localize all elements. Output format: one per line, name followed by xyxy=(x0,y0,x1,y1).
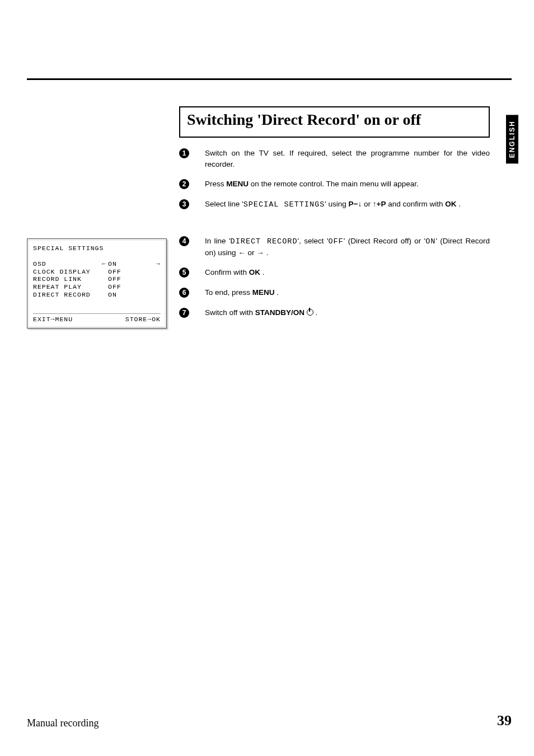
menu-button-label-2: MENU xyxy=(252,288,275,297)
arrow-left-icon: ← xyxy=(238,248,246,257)
step-5-text: Confirm with OK . xyxy=(205,267,490,278)
ok-button-label-2: OK xyxy=(249,268,260,276)
step-5-text-a: Confirm with xyxy=(205,268,249,276)
osd-row-sel-left xyxy=(100,268,108,276)
step-number-1: 1 xyxy=(179,148,189,158)
step-number-3: 3 xyxy=(179,199,189,209)
osd-panel: SPECIAL SETTINGS OSD ← ON → CLOCK DISPLA… xyxy=(27,238,167,328)
step-3-text-a: Select line ' xyxy=(205,200,243,208)
step-6-text: To end, press MENU . xyxy=(205,287,490,298)
osd-exit-key: MENU xyxy=(55,316,73,323)
osd-row-clock-display: CLOCK DISPLAY OFF xyxy=(33,268,162,276)
standby-on-button-label: STANDBY/ON xyxy=(255,308,305,317)
osd-row-value: ON xyxy=(108,260,130,268)
footer-section-title: Manual recording xyxy=(27,717,99,729)
key-plus-p-p: P xyxy=(381,200,386,208)
osd-row-sel-left xyxy=(100,275,108,283)
step-7-text: Switch off with STANDBY/ON . xyxy=(205,307,490,318)
step-number-2: 2 xyxy=(179,179,189,189)
osd-row-value: OFF xyxy=(108,275,130,283)
step-7-text-a: Switch off with xyxy=(205,308,255,317)
key-p-minus-minus: − xyxy=(354,200,358,208)
osd-row-sel-left xyxy=(100,283,108,291)
key-p-minus-p: P xyxy=(349,200,354,208)
osd-row-osd: OSD ← ON → xyxy=(33,260,162,268)
arrow-right-icon: → xyxy=(51,316,55,323)
osd-title: SPECIAL SETTINGS xyxy=(33,245,162,252)
step-3: 3 Select line 'SPECIAL SETTINGS' using P… xyxy=(179,199,490,210)
osd-row-label: CLOCK DISPLAY xyxy=(33,268,100,276)
step-4-text: In line 'DIRECT RECORD', select 'OFF' (D… xyxy=(205,236,490,258)
step-number-7: 7 xyxy=(179,308,189,318)
steps-list: 1 Switch on the TV set. If required, sel… xyxy=(179,148,490,318)
osd-items: OSD ← ON → CLOCK DISPLAY OFF RECORD LINK… xyxy=(33,260,162,299)
arrow-right-icon: → xyxy=(147,316,152,323)
on-label: ON xyxy=(425,237,435,246)
osd-exit-hint: EXIT→MENU xyxy=(33,316,73,323)
step-2: 2 Press MENU on the remote control. The … xyxy=(179,179,490,190)
osd-store-key: OK xyxy=(152,316,161,323)
step-3-or: or xyxy=(364,200,373,208)
step-3-end: . xyxy=(457,200,461,208)
direct-record-label: DIRECT RECORD xyxy=(231,237,298,246)
main-content: Switching 'Direct Record' on or off 1 Sw… xyxy=(179,106,490,327)
step-1-text: Switch on the TV set. If required, selec… xyxy=(205,148,490,170)
osd-store-hint: STORE→OK xyxy=(125,316,161,323)
step-6-end: . xyxy=(275,288,279,297)
osd-row-value: OFF xyxy=(108,283,130,291)
osd-row-sel-right xyxy=(130,291,162,299)
off-label: OFF xyxy=(328,237,343,246)
heading-box: Switching 'Direct Record' on or off xyxy=(179,106,490,138)
step-number-4: 4 xyxy=(179,236,189,246)
power-icon xyxy=(307,309,313,316)
osd-footer: EXIT→MENU STORE→OK xyxy=(32,316,162,323)
arrow-up-icon: ↑ xyxy=(373,200,377,208)
arrow-right-icon: → xyxy=(256,248,264,257)
osd-row-sel-right xyxy=(130,283,162,291)
osd-row-label: RECORD LINK xyxy=(33,275,100,283)
step-number-5: 5 xyxy=(179,267,189,278)
page-heading: Switching 'Direct Record' on or off xyxy=(187,111,482,129)
osd-row-label: DIRECT RECORD xyxy=(33,291,100,299)
osd-row-label: REPEAT PLAY xyxy=(33,283,100,291)
step-3-text-c: and confirm with xyxy=(388,200,445,208)
step-4-text-a: In line ' xyxy=(205,237,231,245)
step-2-text-a: Press xyxy=(205,180,226,188)
step-4: 4 In line 'DIRECT RECORD', select 'OFF' … xyxy=(179,236,490,258)
osd-divider xyxy=(33,313,161,314)
step-6-text-a: To end, press xyxy=(205,288,252,297)
step-5-end: . xyxy=(260,268,265,276)
page-number: 39 xyxy=(497,712,512,729)
step-1: 1 Switch on the TV set. If required, sel… xyxy=(179,148,490,170)
step-4-end: . xyxy=(264,248,269,257)
step-3-text: Select line 'SPECIAL SETTINGS' using P−↓… xyxy=(205,199,490,210)
step-2-text-b: on the remote control. The main menu wil… xyxy=(251,180,419,188)
top-horizontal-rule xyxy=(27,78,512,80)
step-5: 5 Confirm with OK . xyxy=(179,267,490,278)
step-7-end: . xyxy=(313,308,318,317)
osd-row-label: OSD xyxy=(33,260,100,268)
osd-row-sel-right xyxy=(130,275,162,283)
step-4-text-b: ', select ' xyxy=(298,237,329,245)
step-7: 7 Switch off with STANDBY/ON . xyxy=(179,307,490,318)
menu-button-label: MENU xyxy=(226,180,249,188)
osd-row-direct-record: DIRECT RECORD ON xyxy=(33,291,162,299)
arrow-down-icon: ↓ xyxy=(358,200,362,208)
osd-row-value: OFF xyxy=(108,268,130,276)
step-6: 6 To end, press MENU . xyxy=(179,287,490,298)
osd-row-sel-left xyxy=(100,291,108,299)
osd-row-record-link: RECORD LINK OFF xyxy=(33,275,162,283)
osd-row-repeat-play: REPEAT PLAY OFF xyxy=(33,283,162,291)
osd-exit-label: EXIT xyxy=(33,316,51,323)
arrow-right-icon: → xyxy=(130,260,162,268)
osd-row-value: ON xyxy=(108,291,130,299)
osd-row-sel-right xyxy=(130,268,162,276)
special-settings-label: SPECIAL SETTINGS xyxy=(243,200,325,209)
step-4-text-c: ' (Direct Record off) or ' xyxy=(344,237,425,245)
step-4-or: or xyxy=(248,248,257,257)
language-tab: ENGLISH xyxy=(506,115,518,163)
arrow-left-icon: ← xyxy=(100,260,108,268)
step-2-text: Press MENU on the remote control. The ma… xyxy=(205,179,490,190)
osd-store-label: STORE xyxy=(125,316,148,323)
ok-button-label: OK xyxy=(445,200,456,208)
